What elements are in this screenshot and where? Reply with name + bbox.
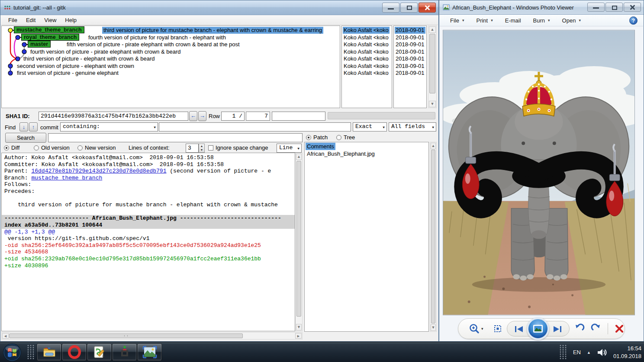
rotate-clockwise-button[interactable]	[590, 323, 602, 334]
branch-label[interactable]: master	[28, 41, 51, 48]
minimize-button[interactable]	[382, 3, 399, 13]
line-mode-dropdown[interactable]: Line▼	[277, 144, 302, 153]
sha1-input[interactable]	[39, 112, 188, 121]
sha-scrollbar[interactable]	[328, 112, 435, 119]
maximize-button[interactable]	[400, 3, 418, 13]
play-slideshow-button[interactable]	[527, 317, 549, 340]
scrollbar-thumb[interactable]	[296, 161, 301, 317]
rotate-counterclockwise-button[interactable]	[574, 323, 585, 334]
row-total-field[interactable]	[246, 112, 270, 121]
taskbar-button-explorer[interactable]	[37, 343, 61, 361]
old-version-radio[interactable]	[34, 145, 39, 151]
commit-link[interactable]: 16dd4278e81b7929e143d27c230d78e0d8edb791	[31, 168, 166, 174]
language-indicator[interactable]: EN	[573, 349, 581, 356]
ignore-space-checkbox[interactable]	[208, 145, 213, 151]
commit-date[interactable]: 2018-09-01	[396, 41, 425, 48]
commit-dot[interactable]	[8, 71, 13, 75]
row-current-field[interactable]	[221, 112, 245, 121]
gitk-titlebar[interactable]: tutorial_git: --all - gitk	[0, 0, 438, 15]
file-list-item[interactable]: Comments	[306, 143, 335, 150]
close-button[interactable]	[624, 3, 641, 12]
diff-horizontal-scrollbar[interactable]: ◄ ►	[1, 332, 303, 340]
tree-radio[interactable]	[336, 135, 341, 140]
diff-scrollbar[interactable]: ▲ ▼	[295, 153, 303, 331]
zoom-button[interactable]: ▾	[469, 323, 483, 334]
commit-dot[interactable]	[16, 57, 20, 61]
file-list-scrollbar[interactable]: ▲ ▼	[430, 142, 437, 332]
commit-author[interactable]: Koko Asfalt <koko	[344, 70, 389, 77]
minimize-button[interactable]	[587, 3, 605, 12]
commit-date[interactable]: 2018-09-01	[396, 34, 425, 41]
commit-date[interactable]: 2018-09-01	[395, 27, 425, 34]
commit-dot[interactable]	[22, 50, 26, 54]
gitk-menu-help[interactable]: Help	[61, 16, 80, 24]
context-lines-input[interactable]	[186, 144, 199, 153]
spin-down-icon[interactable]: ▼	[200, 148, 203, 151]
maximize-button[interactable]	[605, 3, 623, 12]
scrollbar-thumb[interactable]	[9, 333, 243, 338]
scroll-up-icon[interactable]: ▲	[296, 154, 302, 160]
scroll-up-icon[interactable]: ▲	[429, 26, 436, 33]
new-version-radio[interactable]	[77, 145, 83, 151]
pv-menu-file[interactable]: File▾	[446, 16, 468, 25]
pv-menu-burn[interactable]: Burn▾	[529, 16, 554, 25]
clock[interactable]: 16:54 01.09.2018	[613, 345, 641, 360]
commit-author[interactable]: Koko Asfalt <koko	[344, 41, 389, 48]
commit-subject[interactable]: second version of picture - elephant wit…	[17, 63, 134, 70]
gitk-menu-file[interactable]: File	[4, 16, 21, 24]
spin-up-icon[interactable]: ▲	[200, 144, 203, 147]
gitk-menu-view[interactable]: View	[40, 16, 60, 24]
scroll-down-icon[interactable]: ▼	[296, 324, 302, 330]
commit-subject[interactable]: third version of picture for mustache br…	[102, 27, 323, 34]
taskbar-button-git[interactable]	[112, 343, 137, 361]
find-fields-dropdown[interactable]: All fields▼	[389, 122, 436, 131]
scroll-down-icon[interactable]: ▼	[431, 324, 436, 331]
pv-menu-open[interactable]: Open▾	[558, 16, 585, 25]
commit-dot[interactable]	[8, 28, 13, 32]
taskbar-grip-icon[interactable]	[27, 344, 35, 361]
commit-date[interactable]: 2018-09-01	[396, 48, 425, 55]
file-list-item[interactable]: African_Bush_Elephant.jpg	[306, 150, 376, 157]
search-button[interactable]: Search	[5, 133, 46, 143]
context-spinner[interactable]: ▲▼	[199, 144, 205, 153]
find-match-dropdown[interactable]: Exact▼	[353, 122, 387, 131]
sha-forward-button[interactable]: →	[198, 111, 206, 121]
diff-radio[interactable]	[4, 145, 9, 151]
help-icon[interactable]: ?	[629, 16, 638, 25]
photo-viewer-titlebar[interactable]: African_Bush_Elephant - Windows Photo Vi…	[439, 0, 644, 15]
commit-subject[interactable]: fourth version of picture - pirate eleph…	[30, 48, 181, 55]
scroll-up-icon[interactable]: ▲	[431, 143, 436, 149]
pv-menu-e-mail[interactable]: E-mail	[501, 16, 525, 25]
commit-subject[interactable]: third version of picture - elephant with…	[23, 55, 155, 62]
show-hidden-icons-button[interactable]: ▲	[587, 350, 591, 355]
patch-radio[interactable]	[306, 135, 311, 140]
scrollbar-thumb[interactable]	[429, 34, 435, 93]
find-input[interactable]	[159, 122, 351, 131]
start-button[interactable]	[3, 343, 22, 362]
commit-author[interactable]: Koko Asfalt <koko	[344, 55, 389, 62]
pv-menu-print[interactable]: Print▾	[472, 16, 497, 25]
delete-button[interactable]	[614, 324, 625, 334]
taskbar-button-editor[interactable]	[87, 343, 112, 361]
commit-graph-pane[interactable]: mustache_theme_branchthird version of pi…	[1, 26, 340, 108]
search-input[interactable]	[48, 133, 303, 142]
find-type-dropdown[interactable]: containing:▼	[60, 122, 158, 131]
next-button[interactable]	[552, 324, 563, 336]
row-extra-field[interactable]	[272, 112, 325, 121]
commit-dot[interactable]	[22, 42, 26, 47]
commit-link[interactable]: mustache_theme_branch	[31, 175, 102, 181]
branch-label[interactable]: royal_theme_branch	[21, 34, 79, 41]
taskbar-button-photo-viewer[interactable]	[137, 343, 162, 361]
find-prev-button[interactable]: ↑	[29, 122, 38, 131]
commit-subject[interactable]: fifth version of picture - pirate elepha…	[67, 41, 240, 48]
commit-author[interactable]: Koko Asfalt <koko	[344, 48, 389, 55]
branch-label[interactable]: mustache_theme_branch	[14, 26, 84, 33]
scrollbar-thumb[interactable]	[431, 150, 435, 324]
commit-dot[interactable]	[16, 35, 20, 40]
commit-date[interactable]: 2018-09-01	[396, 55, 425, 62]
commit-subject[interactable]: first version of picture - genuine eleph…	[17, 70, 119, 77]
scroll-right-icon[interactable]: ►	[295, 333, 302, 339]
scroll-down-icon[interactable]: ▼	[429, 101, 436, 107]
gitk-menu-edit[interactable]: Edit	[22, 16, 39, 24]
commit-date-column[interactable]: 2018-09-012018-09-012018-09-012018-09-01…	[393, 26, 427, 108]
